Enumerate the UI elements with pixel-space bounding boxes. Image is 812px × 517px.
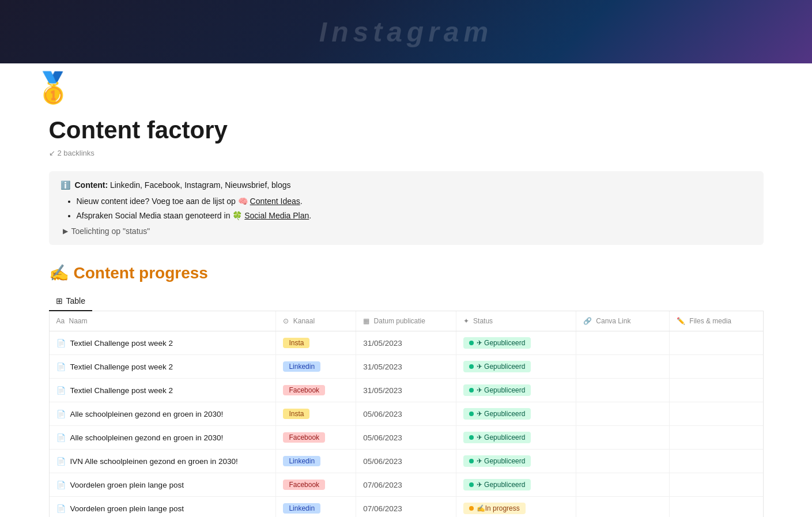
info-box-list: Nieuw content idee? Voeg toe aan de lijs… [61, 195, 752, 222]
cell-kanaal: Linkedin [276, 355, 356, 379]
naam-text: Alle schoolpleinen gezond en groen in 20… [70, 433, 224, 442]
table-header-row: Aa Naam ⊙ Kanaal ▦ Datum publicatie ✦ St… [50, 311, 763, 331]
cell-canva [576, 497, 670, 518]
tab-bar: ⊞ Table [49, 292, 764, 311]
status-dot-icon [469, 506, 474, 511]
table-row[interactable]: 📄Alle schoolpleinen gezond en groen in 2… [50, 402, 763, 426]
section-emoji: ✍️ [49, 263, 69, 282]
cell-files [669, 497, 762, 518]
kanaal-badge: Linkedin [283, 503, 320, 514]
cell-datum: 31/05/2023 [356, 331, 456, 355]
th-naam: Aa Naam [50, 311, 276, 331]
table-row[interactable]: 📄Textiel Challenge post week 2Insta31/05… [50, 331, 763, 355]
th-datum-icon: ▦ [363, 317, 369, 325]
cell-canva [576, 402, 670, 426]
cell-files [669, 402, 762, 426]
datum-text: 31/05/2023 [363, 386, 402, 395]
table-row[interactable]: 📄Voordelen groen plein lange postLinkedi… [50, 497, 763, 518]
cell-naam: 📄Voordelen groen plein lange post [50, 497, 276, 518]
status-dot-icon [469, 435, 474, 440]
kanaal-badge: Linkedin [283, 456, 320, 466]
kanaal-badge: Facebook [283, 480, 325, 490]
info-label: Content: Linkedin, Facebook, Instagram, … [75, 180, 291, 190]
doc-icon: 📄 [56, 481, 66, 489]
content-table: Aa Naam ⊙ Kanaal ▦ Datum publicatie ✦ St… [50, 311, 763, 517]
status-dot-icon [469, 459, 474, 463]
page-content: Content factory ↙ 2 backlinks ℹ️ Content… [14, 116, 798, 517]
cell-canva [576, 331, 670, 355]
section-title: ✍️ Content progress [49, 263, 764, 282]
table-row[interactable]: 📄Textiel Challenge post week 2Linkedin31… [50, 355, 763, 379]
cell-naam: 📄Voordelen groen plein lange post [50, 473, 276, 497]
doc-icon: 📄 [56, 386, 66, 395]
cell-datum: 05/06/2023 [356, 426, 456, 450]
doc-icon: 📄 [56, 433, 66, 442]
table-row[interactable]: 📄Alle schoolpleinen gezond en groen in 2… [50, 426, 763, 450]
datum-text: 31/05/2023 [363, 339, 402, 348]
cell-kanaal: Linkedin [276, 497, 356, 518]
status-dot-icon [469, 364, 474, 369]
toelichting-arrow-icon: ▶ [63, 227, 68, 235]
datum-text: 31/05/2023 [363, 363, 402, 371]
kanaal-badge: Facebook [283, 385, 325, 395]
toelichting-label: Toelichting op "status" [71, 227, 150, 236]
th-files-icon: ✏️ [677, 317, 685, 325]
section-title-text: Content progress [74, 264, 208, 282]
cell-status: ✈ Gepubliceerd [456, 473, 576, 497]
cell-datum: 31/05/2023 [356, 379, 456, 402]
hero-text: Instagram [319, 16, 493, 48]
table-body: 📄Textiel Challenge post week 2Insta31/05… [50, 331, 763, 518]
datum-text: 07/06/2023 [363, 504, 402, 513]
info-bullet-1: Nieuw content idee? Voeg toe aan de lijs… [77, 195, 752, 207]
cell-kanaal: Insta [276, 402, 356, 426]
medal-icon: 🥇 [35, 71, 72, 104]
th-files: ✏️ Files & media [669, 311, 762, 331]
cell-canva [576, 355, 670, 379]
toelichting-toggle[interactable]: ▶ Toelichting op "status" [61, 227, 752, 236]
cell-naam: 📄Textiel Challenge post week 2 [50, 355, 276, 379]
info-box-header: ℹ️ Content: Linkedin, Facebook, Instagra… [61, 180, 752, 190]
datum-text: 05/06/2023 [363, 410, 402, 418]
naam-text: Alle schoolpleinen gezond en groen in 20… [70, 410, 224, 418]
info-icon: ℹ️ [61, 180, 70, 190]
tab-table[interactable]: ⊞ Table [49, 292, 92, 311]
content-ideas-link[interactable]: Content Ideas [250, 197, 300, 206]
doc-icon: 📄 [56, 504, 66, 513]
naam-text: Textiel Challenge post week 2 [70, 386, 173, 395]
cell-naam: 📄Textiel Challenge post week 2 [50, 331, 276, 355]
th-status: ✦ Status [456, 311, 576, 331]
cell-status: ✈ Gepubliceerd [456, 379, 576, 402]
social-media-plan-link[interactable]: Social Media Plan [244, 211, 309, 220]
backlinks[interactable]: ↙ 2 backlinks [49, 149, 764, 157]
kanaal-badge: Insta [283, 409, 309, 419]
cell-status: ✈ Gepubliceerd [456, 355, 576, 379]
cell-kanaal: Facebook [276, 426, 356, 450]
doc-icon: 📄 [56, 457, 66, 466]
cell-datum: 07/06/2023 [356, 497, 456, 518]
cell-files [669, 450, 762, 473]
naam-text: Textiel Challenge post week 2 [70, 339, 173, 348]
cell-naam: 📄Textiel Challenge post week 2 [50, 379, 276, 402]
table-row[interactable]: 📄Voordelen groen plein lange postFaceboo… [50, 473, 763, 497]
cell-files [669, 355, 762, 379]
status-badge: ✈ Gepubliceerd [463, 479, 531, 490]
table-wrapper: Aa Naam ⊙ Kanaal ▦ Datum publicatie ✦ St… [49, 311, 764, 517]
info-bullet-2: Afspraken Social Media staan genoteerd i… [77, 210, 752, 222]
th-canva-icon: 🔗 [583, 317, 592, 325]
doc-icon: 📄 [56, 410, 66, 418]
cell-status: ✈ Gepubliceerd [456, 402, 576, 426]
th-status-icon: ✦ [463, 317, 469, 325]
kanaal-badge: Linkedin [283, 361, 320, 372]
doc-icon: 📄 [56, 363, 66, 371]
cell-kanaal: Insta [276, 331, 356, 355]
cell-canva [576, 379, 670, 402]
naam-text: IVN Alle schoolpleinen gezond en groen i… [70, 457, 238, 466]
cell-kanaal: Facebook [276, 379, 356, 402]
cell-status: ✈ Gepubliceerd [456, 426, 576, 450]
datum-text: 05/06/2023 [363, 433, 402, 442]
cell-canva [576, 450, 670, 473]
cell-status: ✈ Gepubliceerd [456, 331, 576, 355]
table-row[interactable]: 📄IVN Alle schoolpleinen gezond en groen … [50, 450, 763, 473]
table-row[interactable]: 📄Textiel Challenge post week 2Facebook31… [50, 379, 763, 402]
doc-icon: 📄 [56, 339, 66, 348]
